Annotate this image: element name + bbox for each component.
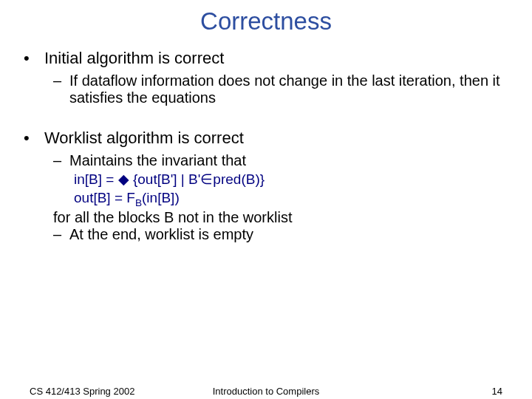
slide-title: Correctness (0, 0, 532, 49)
bullet-dot-icon: • (24, 129, 44, 148)
bullet-level2: – Maintains the invariant that (53, 152, 508, 169)
formula-block: in[B] = ◆ {out[B'] | B'∈pred(B)} out[B] … (74, 171, 508, 209)
formula-line-2: out[B] = FB(in[B]) (74, 189, 508, 210)
sub3-text: At the end, worklist is empty (69, 226, 253, 243)
bullet-dot-icon: • (24, 49, 44, 68)
sub2-text: Maintains the invariant that (69, 152, 246, 169)
bullet-level2: – At the end, worklist is empty (53, 226, 508, 243)
diamond-icon: ◆ (118, 171, 129, 187)
bullet-level1: • Initial algorithm is correct (24, 49, 508, 68)
bullet2-text: Worklist algorithm is correct (44, 129, 244, 148)
after-formula-text: for all the blocks B not in the worklist (53, 209, 508, 226)
bullet-level1: • Worklist algorithm is correct (24, 129, 508, 148)
slide-body: • Initial algorithm is correct – If data… (0, 49, 532, 243)
dash-icon: – (53, 72, 69, 106)
formula2-post: (in[B]) (142, 190, 180, 205)
formula2-sub: B (135, 197, 142, 208)
formula1-pre: in[B] = (74, 171, 118, 187)
formula-line-1: in[B] = ◆ {out[B'] | B'∈pred(B)} (74, 171, 508, 189)
sub1-text: If dataflow information does not change … (69, 72, 508, 106)
footer-center: Introduction to Compilers (0, 386, 532, 397)
formula1-post: {out[B'] | B'∈pred(B)} (129, 171, 265, 187)
formula2-pre: out[B] = F (74, 190, 135, 205)
dash-icon: – (53, 226, 69, 243)
footer-page-number: 14 (492, 386, 502, 397)
bullet1-text: Initial algorithm is correct (44, 49, 224, 68)
bullet-level2: – If dataflow information does not chang… (53, 72, 508, 106)
dash-icon: – (53, 152, 69, 169)
